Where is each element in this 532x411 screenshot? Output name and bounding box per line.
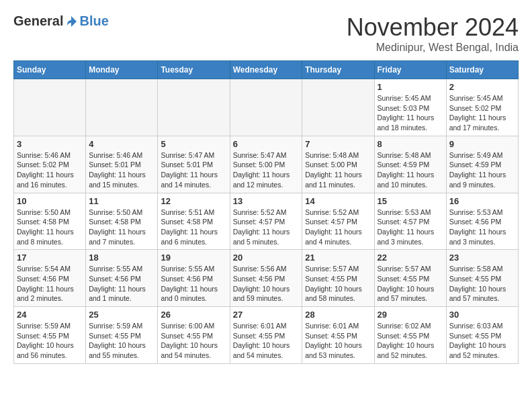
day-info: Sunrise: 5:59 AM Sunset: 4:55 PM Dayligh… — [89, 321, 154, 361]
calendar-week-row: 24Sunrise: 5:59 AM Sunset: 4:55 PM Dayli… — [14, 307, 519, 364]
calendar-cell: 18Sunrise: 5:55 AM Sunset: 4:56 PM Dayli… — [86, 250, 158, 307]
day-info: Sunrise: 5:57 AM Sunset: 4:55 PM Dayligh… — [378, 264, 443, 304]
calendar-cell: 1Sunrise: 5:45 AM Sunset: 5:03 PM Daylig… — [374, 79, 446, 136]
calendar-cell: 17Sunrise: 5:54 AM Sunset: 4:56 PM Dayli… — [14, 250, 86, 307]
calendar-header-wednesday: Wednesday — [230, 61, 302, 79]
day-number: 26 — [161, 310, 226, 320]
day-number: 17 — [17, 253, 83, 263]
day-number: 27 — [233, 310, 300, 320]
day-info: Sunrise: 5:50 AM Sunset: 4:58 PM Dayligh… — [89, 208, 154, 247]
calendar-cell: 24Sunrise: 5:59 AM Sunset: 4:55 PM Dayli… — [14, 307, 86, 364]
day-info: Sunrise: 5:48 AM Sunset: 5:00 PM Dayligh… — [305, 150, 371, 190]
calendar-cell: 12Sunrise: 5:51 AM Sunset: 4:58 PM Dayli… — [158, 193, 230, 250]
calendar-cell: 8Sunrise: 5:48 AM Sunset: 4:59 PM Daylig… — [374, 136, 446, 193]
day-number: 25 — [89, 310, 154, 320]
calendar-header-row: SundayMondayTuesdayWednesdayThursdayFrid… — [14, 61, 519, 79]
calendar-header-sunday: Sunday — [14, 61, 86, 79]
day-info: Sunrise: 5:57 AM Sunset: 4:55 PM Dayligh… — [305, 264, 371, 304]
calendar-cell: 30Sunrise: 6:03 AM Sunset: 4:55 PM Dayli… — [446, 307, 518, 364]
calendar-cell: 6Sunrise: 5:47 AM Sunset: 5:00 PM Daylig… — [230, 136, 302, 193]
day-number: 19 — [161, 253, 226, 263]
day-number: 23 — [449, 253, 515, 263]
calendar-cell: 19Sunrise: 5:55 AM Sunset: 4:56 PM Dayli… — [158, 250, 230, 307]
location: Medinipur, West Bengal, India — [347, 42, 519, 54]
calendar-cell: 5Sunrise: 5:47 AM Sunset: 5:01 PM Daylig… — [158, 136, 230, 193]
calendar-header-thursday: Thursday — [302, 61, 374, 79]
calendar-cell: 25Sunrise: 5:59 AM Sunset: 4:55 PM Dayli… — [86, 307, 158, 364]
day-number: 29 — [378, 310, 443, 320]
calendar-cell: 14Sunrise: 5:52 AM Sunset: 4:57 PM Dayli… — [302, 193, 374, 250]
calendar-cell: 7Sunrise: 5:48 AM Sunset: 5:00 PM Daylig… — [302, 136, 374, 193]
calendar-cell: 15Sunrise: 5:53 AM Sunset: 4:57 PM Dayli… — [374, 193, 446, 250]
calendar-cell — [158, 79, 230, 136]
day-info: Sunrise: 5:59 AM Sunset: 4:55 PM Dayligh… — [17, 321, 83, 361]
day-number: 1 — [378, 82, 443, 92]
day-number: 11 — [89, 196, 154, 206]
calendar-cell: 2Sunrise: 5:45 AM Sunset: 5:02 PM Daylig… — [446, 79, 518, 136]
day-number: 16 — [449, 196, 515, 206]
calendar-cell: 28Sunrise: 6:01 AM Sunset: 4:55 PM Dayli… — [302, 307, 374, 364]
day-info: Sunrise: 6:03 AM Sunset: 4:55 PM Dayligh… — [449, 321, 515, 361]
day-info: Sunrise: 6:01 AM Sunset: 4:55 PM Dayligh… — [305, 321, 371, 361]
calendar-header-friday: Friday — [374, 61, 446, 79]
day-number: 6 — [233, 139, 300, 149]
calendar-header-tuesday: Tuesday — [158, 61, 230, 79]
day-number: 20 — [233, 253, 300, 263]
day-number: 18 — [89, 253, 154, 263]
day-info: Sunrise: 5:51 AM Sunset: 4:58 PM Dayligh… — [161, 208, 226, 247]
calendar-cell — [14, 79, 86, 136]
calendar-cell: 23Sunrise: 5:58 AM Sunset: 4:55 PM Dayli… — [446, 250, 518, 307]
day-number: 22 — [378, 253, 443, 263]
calendar-cell: 11Sunrise: 5:50 AM Sunset: 4:58 PM Dayli… — [86, 193, 158, 250]
day-number: 3 — [17, 139, 83, 149]
day-info: Sunrise: 5:58 AM Sunset: 4:55 PM Dayligh… — [449, 264, 515, 304]
logo-general: General — [13, 13, 63, 29]
logo-blue: Blue — [79, 13, 108, 29]
day-number: 9 — [449, 139, 515, 149]
day-info: Sunrise: 5:53 AM Sunset: 4:57 PM Dayligh… — [378, 208, 443, 247]
day-info: Sunrise: 6:01 AM Sunset: 4:55 PM Dayligh… — [233, 321, 300, 361]
calendar-header-monday: Monday — [86, 61, 158, 79]
logo-icon — [64, 15, 78, 28]
day-number: 13 — [233, 196, 300, 206]
day-number: 12 — [161, 196, 226, 206]
day-number: 28 — [305, 310, 371, 320]
day-info: Sunrise: 6:02 AM Sunset: 4:55 PM Dayligh… — [378, 321, 443, 361]
calendar-cell: 29Sunrise: 6:02 AM Sunset: 4:55 PM Dayli… — [374, 307, 446, 364]
calendar-cell: 16Sunrise: 5:53 AM Sunset: 4:56 PM Dayli… — [446, 193, 518, 250]
calendar: SundayMondayTuesdayWednesdayThursdayFrid… — [13, 60, 519, 364]
calendar-cell: 9Sunrise: 5:49 AM Sunset: 4:59 PM Daylig… — [446, 136, 518, 193]
day-info: Sunrise: 5:53 AM Sunset: 4:56 PM Dayligh… — [449, 208, 515, 247]
calendar-cell: 26Sunrise: 6:00 AM Sunset: 4:55 PM Dayli… — [158, 307, 230, 364]
calendar-cell: 22Sunrise: 5:57 AM Sunset: 4:55 PM Dayli… — [374, 250, 446, 307]
calendar-cell: 21Sunrise: 5:57 AM Sunset: 4:55 PM Dayli… — [302, 250, 374, 307]
calendar-header-saturday: Saturday — [446, 61, 518, 79]
day-info: Sunrise: 5:45 AM Sunset: 5:02 PM Dayligh… — [449, 93, 515, 133]
calendar-week-row: 3Sunrise: 5:46 AM Sunset: 5:02 PM Daylig… — [14, 136, 519, 193]
day-info: Sunrise: 5:46 AM Sunset: 5:02 PM Dayligh… — [17, 150, 83, 190]
day-info: Sunrise: 5:52 AM Sunset: 4:57 PM Dayligh… — [233, 208, 300, 247]
day-number: 8 — [378, 139, 443, 149]
day-number: 14 — [305, 196, 371, 206]
day-info: Sunrise: 5:48 AM Sunset: 4:59 PM Dayligh… — [378, 150, 443, 190]
day-number: 2 — [449, 82, 515, 92]
day-number: 4 — [89, 139, 154, 149]
day-info: Sunrise: 5:47 AM Sunset: 5:00 PM Dayligh… — [233, 150, 300, 190]
calendar-cell: 20Sunrise: 5:56 AM Sunset: 4:56 PM Dayli… — [230, 250, 302, 307]
day-info: Sunrise: 5:46 AM Sunset: 5:01 PM Dayligh… — [89, 150, 154, 190]
title-block: November 2024 Medinipur, West Bengal, In… — [347, 13, 519, 54]
calendar-cell — [230, 79, 302, 136]
day-info: Sunrise: 5:52 AM Sunset: 4:57 PM Dayligh… — [305, 208, 371, 247]
calendar-week-row: 1Sunrise: 5:45 AM Sunset: 5:03 PM Daylig… — [14, 79, 519, 136]
logo: General Blue — [13, 13, 109, 29]
day-info: Sunrise: 5:45 AM Sunset: 5:03 PM Dayligh… — [378, 93, 443, 133]
day-number: 24 — [17, 310, 83, 320]
calendar-cell: 3Sunrise: 5:46 AM Sunset: 5:02 PM Daylig… — [14, 136, 86, 193]
month-title: November 2024 — [347, 13, 519, 42]
day-info: Sunrise: 5:55 AM Sunset: 4:56 PM Dayligh… — [89, 264, 154, 304]
calendar-week-row: 10Sunrise: 5:50 AM Sunset: 4:58 PM Dayli… — [14, 193, 519, 250]
day-number: 10 — [17, 196, 83, 206]
calendar-cell: 10Sunrise: 5:50 AM Sunset: 4:58 PM Dayli… — [14, 193, 86, 250]
day-info: Sunrise: 5:56 AM Sunset: 4:56 PM Dayligh… — [233, 264, 300, 304]
day-number: 7 — [305, 139, 371, 149]
